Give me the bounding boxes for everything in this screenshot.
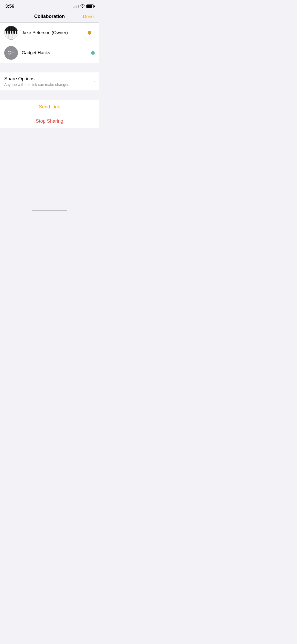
signal-icon <box>73 5 79 8</box>
home-bar <box>32 210 67 211</box>
section-gap-2 <box>0 90 99 100</box>
done-button[interactable]: Done <box>81 14 94 19</box>
collaborators-section: Jake Peterson (Owner) › GH Gadget Hacks <box>0 23 99 63</box>
item-right <box>91 51 95 55</box>
status-dot <box>91 51 95 55</box>
collaborator-name: Jake Peterson (Owner) <box>22 30 88 35</box>
share-options-section: Share Options Anyone with the link can m… <box>0 72 99 90</box>
send-link-button[interactable]: Send Link <box>0 100 99 114</box>
avatar <box>4 26 18 40</box>
avatar: GH <box>4 46 18 60</box>
collaborator-name: Gadget Hacks <box>22 50 91 56</box>
wifi-icon <box>80 4 85 8</box>
share-options-title: Share Options <box>4 76 69 82</box>
status-bar: 3:56 <box>0 0 99 12</box>
nav-bar: Collaboration Done <box>0 12 99 22</box>
action-section: Send Link Stop Sharing <box>0 100 99 128</box>
section-gap-1 <box>0 63 99 72</box>
share-options-text: Share Options Anyone with the link can m… <box>4 76 69 87</box>
list-item[interactable]: Jake Peterson (Owner) › <box>0 23 99 43</box>
battery-icon <box>86 4 94 8</box>
share-options-subtitle: Anyone with the link can make changes <box>4 82 69 87</box>
page-title: Collaboration <box>18 14 81 19</box>
list-item: GH Gadget Hacks <box>0 43 99 63</box>
chevron-icon: › <box>93 31 95 35</box>
status-icons <box>73 4 94 8</box>
chevron-icon: › <box>93 79 95 84</box>
status-dot <box>88 31 91 35</box>
status-time: 3:56 <box>5 4 14 9</box>
stop-sharing-button[interactable]: Stop Sharing <box>0 114 99 128</box>
bottom-area <box>0 128 99 208</box>
item-right: › <box>88 31 95 35</box>
share-options-item[interactable]: Share Options Anyone with the link can m… <box>0 72 99 90</box>
home-indicator <box>0 208 99 212</box>
